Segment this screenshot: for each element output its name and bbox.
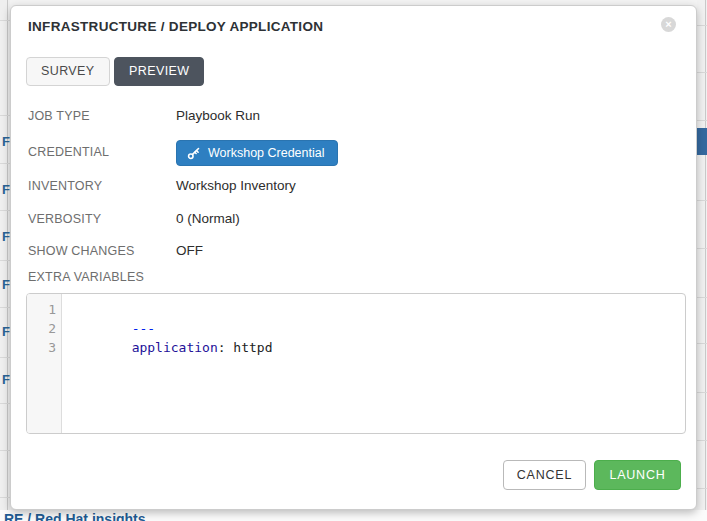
show-changes-label: SHOW CHANGES xyxy=(28,244,135,258)
background-row-divider xyxy=(0,20,10,21)
background-row-divider xyxy=(0,210,10,211)
job-type-label: JOB TYPE xyxy=(28,109,90,123)
verbosity-value: 0 (Normal) xyxy=(176,211,240,226)
background-row-divider xyxy=(697,392,707,393)
background-row-divider xyxy=(697,72,707,73)
show-changes-value: OFF xyxy=(176,243,203,258)
background-page-left-sliver: F F F F F F xyxy=(0,0,10,521)
credential-chip-label: Workshop Credential xyxy=(208,141,325,165)
inventory-label: INVENTORY xyxy=(28,179,102,193)
background-row-divider xyxy=(0,260,10,261)
background-row-divider xyxy=(697,200,707,201)
background-row-divider xyxy=(0,357,10,358)
background-selected-row-fragment xyxy=(697,128,707,155)
background-link-fragment: F xyxy=(2,325,10,338)
line-number: 1 xyxy=(31,300,56,319)
yaml-colon: : xyxy=(218,340,226,355)
background-link-fragment: F xyxy=(2,183,10,196)
background-row-divider xyxy=(0,497,10,498)
deploy-application-modal: INFRASTRUCTURE / DEPLOY APPLICATION × SU… xyxy=(10,5,697,510)
background-row-divider xyxy=(697,488,707,489)
background-row-divider xyxy=(697,248,707,249)
extra-variables-editor: 1 2 3 --- application: httpd xyxy=(26,293,686,434)
code-line: application: httpd xyxy=(69,319,273,376)
background-page-bottom-sliver: RE / Red Hat insights xyxy=(0,510,707,521)
background-table-border xyxy=(705,0,706,521)
yaml-key: application xyxy=(132,340,218,355)
extra-variables-label: EXTRA VARIABLES xyxy=(28,270,144,284)
line-number: 2 xyxy=(31,319,56,338)
line-number: 3 xyxy=(31,338,56,357)
credential-chip[interactable]: Workshop Credential xyxy=(176,140,338,166)
background-link-fragment: F xyxy=(2,278,10,291)
editor-code-area[interactable]: --- application: httpd xyxy=(69,294,685,433)
key-icon xyxy=(187,147,200,160)
background-link-fragment: F xyxy=(2,373,10,386)
background-row-divider xyxy=(0,163,10,164)
background-page-right-sliver xyxy=(697,0,707,521)
background-row-divider xyxy=(0,403,10,404)
inventory-value: Workshop Inventory xyxy=(176,178,296,193)
background-row-divider xyxy=(0,307,10,308)
editor-line-number-gutter: 1 2 3 xyxy=(27,294,62,433)
background-row-divider xyxy=(697,120,707,121)
cancel-button[interactable]: CANCEL xyxy=(503,460,586,490)
background-row-divider xyxy=(697,297,707,298)
verbosity-label: VERBOSITY xyxy=(28,212,101,226)
background-row-divider xyxy=(0,450,10,451)
background-link-fragment: F xyxy=(2,135,10,148)
tab-survey[interactable]: SURVEY xyxy=(26,57,110,86)
background-link-text-fragment: RE / Red Hat insights xyxy=(4,511,146,521)
modal-title: INFRASTRUCTURE / DEPLOY APPLICATION xyxy=(28,19,323,34)
background-link-fragment: F xyxy=(2,230,10,243)
background-row-divider xyxy=(697,25,707,26)
close-icon[interactable]: × xyxy=(661,17,676,32)
background-row-divider xyxy=(697,440,707,441)
background-row-divider xyxy=(0,115,10,116)
launch-button[interactable]: LAUNCH xyxy=(594,460,681,490)
background-row-divider xyxy=(697,343,707,344)
credential-label: CREDENTIAL xyxy=(28,145,109,159)
yaml-value: httpd xyxy=(226,340,273,355)
job-type-value: Playbook Run xyxy=(176,108,260,123)
tab-preview[interactable]: PREVIEW xyxy=(114,57,204,86)
